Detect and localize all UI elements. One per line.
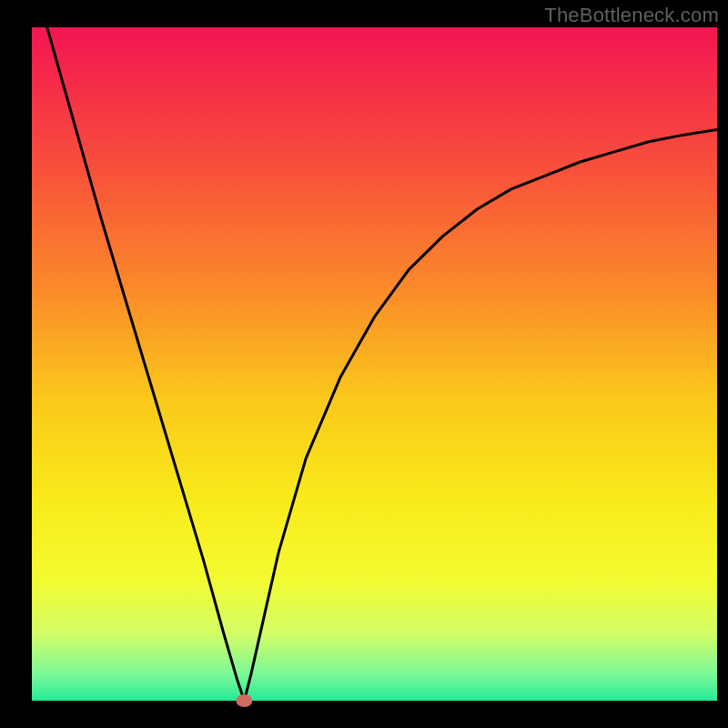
- plot-area: [32, 0, 717, 707]
- bottleneck-chart: [0, 0, 728, 728]
- minimum-marker: [236, 694, 252, 707]
- watermark-text: TheBottleneck.com: [544, 4, 719, 27]
- chart-container: [0, 0, 728, 728]
- plot-background: [32, 27, 717, 701]
